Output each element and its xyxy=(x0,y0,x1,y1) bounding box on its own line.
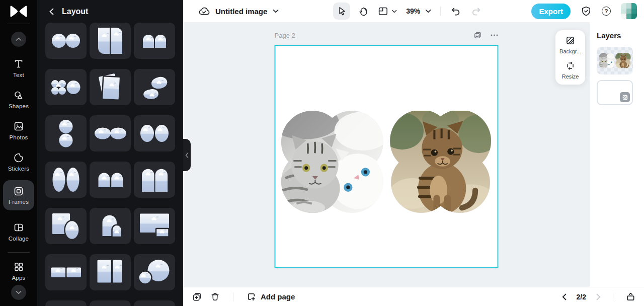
layout-grid xyxy=(45,23,175,306)
sidebar-item-collage[interactable]: Collage xyxy=(9,222,29,242)
avatar-tile xyxy=(631,3,637,9)
delete-page-button[interactable] xyxy=(210,291,220,302)
top-toolbar: Untitled image xyxy=(183,0,644,22)
help-icon[interactable]: ? xyxy=(602,7,611,16)
avatar-tile xyxy=(621,9,626,14)
doc-title-dropdown[interactable] xyxy=(273,9,279,13)
layout-thumbnail-wide-rects[interactable] xyxy=(45,254,87,290)
layout-thumbnail-arches-tall[interactable] xyxy=(134,162,175,198)
previous-page-button[interactable] xyxy=(562,293,567,300)
hand-icon xyxy=(357,6,368,17)
page-menu-icon[interactable] xyxy=(491,34,499,37)
hand-tool-button[interactable] xyxy=(354,3,371,20)
canvas-area[interactable]: Page 2 xyxy=(183,22,590,287)
save-as-image-button[interactable] xyxy=(192,291,202,302)
background-layer-badge xyxy=(620,92,630,102)
layout-thumbnail-ovals-horizontal[interactable] xyxy=(90,115,131,151)
artboard-tool-button[interactable] xyxy=(375,3,399,20)
layout-thumbnail-two-eggs[interactable] xyxy=(134,115,175,151)
background-icon xyxy=(565,35,576,46)
layout-thumbnail-two-circles[interactable] xyxy=(45,23,87,59)
layers-panel: Layers xyxy=(590,22,644,287)
background-icon xyxy=(622,94,628,101)
layout-thumbnail-circles-vertical[interactable] xyxy=(45,115,87,151)
stickers-icon xyxy=(13,152,24,163)
layout-thumbnail-blank[interactable] xyxy=(90,300,131,306)
sidebar-item-shapes[interactable]: Shapes xyxy=(9,90,29,109)
layout-thumbnail-tilted-stack[interactable] xyxy=(90,69,131,105)
trash-icon xyxy=(210,291,220,302)
cloud-sync-icon[interactable] xyxy=(198,6,210,17)
export-button[interactable]: Export xyxy=(531,4,571,19)
background-button[interactable]: Backgr... xyxy=(556,35,584,54)
chevron-up-icon xyxy=(16,37,22,41)
frames-icon xyxy=(13,186,24,197)
sidebar-item-label: Stickers xyxy=(8,166,30,172)
avatar-tile xyxy=(626,14,632,19)
panel-collapse-handle[interactable] xyxy=(183,139,191,171)
layout-thumbnail-arch-overlap[interactable] xyxy=(90,208,131,244)
redo-button[interactable] xyxy=(470,6,482,17)
capcut-logo[interactable] xyxy=(9,5,28,18)
add-page-button[interactable]: Add page xyxy=(246,291,295,302)
layout-thumbnail-two-arches-small[interactable] xyxy=(134,23,175,59)
avatar-tile xyxy=(621,14,626,19)
redo-icon xyxy=(470,6,482,17)
background-label: Backgr... xyxy=(559,48,581,54)
layer-item-background[interactable] xyxy=(597,80,633,105)
sidebar-item-label: Shapes xyxy=(9,103,29,109)
layout-thumbnail-open-book[interactable] xyxy=(90,254,131,290)
sidebar-item-label: Text xyxy=(13,72,24,78)
cat-frames-group[interactable] xyxy=(281,111,492,213)
layout-thumbnail-ellipses-tall[interactable] xyxy=(45,162,87,198)
bottombar-divider xyxy=(233,292,233,301)
app-window: Text Shapes Photos Stickers Frames xyxy=(0,0,644,306)
sidebar-item-apps[interactable]: Apps xyxy=(12,261,25,281)
layout-thumbnail-clover-circle[interactable] xyxy=(45,69,87,105)
sidebar-item-stickers[interactable]: Stickers xyxy=(8,152,30,172)
document-title[interactable]: Untitled image xyxy=(215,7,267,16)
layout-thumbnail-blank[interactable] xyxy=(134,300,175,306)
layout-thumbnail-arches-mid[interactable] xyxy=(90,162,131,198)
safety-shield-icon[interactable] xyxy=(581,6,592,17)
chevron-down-icon xyxy=(273,9,279,13)
add-page-icon xyxy=(246,291,257,302)
collage-icon xyxy=(13,222,24,233)
scroll-up-button[interactable] xyxy=(11,32,26,47)
layout-thumbnail-rect-small-rect[interactable] xyxy=(134,208,175,244)
sidebar-item-text[interactable]: Text xyxy=(13,58,24,78)
user-avatar[interactable] xyxy=(621,3,637,19)
share-box-icon xyxy=(625,291,636,302)
back-button[interactable] xyxy=(48,8,55,15)
chevron-right-icon xyxy=(596,293,601,300)
canvas-page[interactable] xyxy=(275,45,499,268)
scroll-down-button[interactable] xyxy=(11,285,26,300)
zoom-control[interactable]: 39% xyxy=(406,7,431,15)
apps-icon xyxy=(13,261,24,272)
sidebar-item-label: Frames xyxy=(9,199,29,205)
layout-thumbnail-two-blobs[interactable] xyxy=(134,69,175,105)
duplicate-page-icon[interactable] xyxy=(473,31,482,40)
next-page-button[interactable] xyxy=(596,293,601,300)
layout-thumbnail-circles-duo[interactable] xyxy=(134,254,175,290)
zoom-level: 39% xyxy=(406,7,420,15)
resize-button[interactable]: Resize xyxy=(556,60,584,80)
export-page-button[interactable] xyxy=(625,291,636,302)
undo-button[interactable] xyxy=(450,6,461,17)
photos-icon xyxy=(13,121,24,132)
sidebar-item-frames[interactable]: Frames xyxy=(3,180,34,210)
layout-thumbnail-blank[interactable] xyxy=(45,300,87,306)
select-tool-button[interactable] xyxy=(333,3,350,20)
sidebar-item-photos[interactable]: Photos xyxy=(9,121,28,140)
artboard-icon xyxy=(377,6,388,17)
layers-title: Layers xyxy=(597,31,644,40)
cursor-icon xyxy=(336,6,347,17)
layer-item-frames[interactable] xyxy=(597,47,633,74)
page-indicator: 2/2 xyxy=(577,293,586,301)
layout-panel: Layout xyxy=(37,0,183,306)
resize-label: Resize xyxy=(562,73,579,80)
layout-thumbnail-rect-oval[interactable] xyxy=(45,208,87,244)
chevron-left-icon xyxy=(48,8,55,15)
layout-thumbnail-split-panels[interactable] xyxy=(90,23,131,59)
bottom-bar: Add page 2/2 xyxy=(183,287,644,306)
